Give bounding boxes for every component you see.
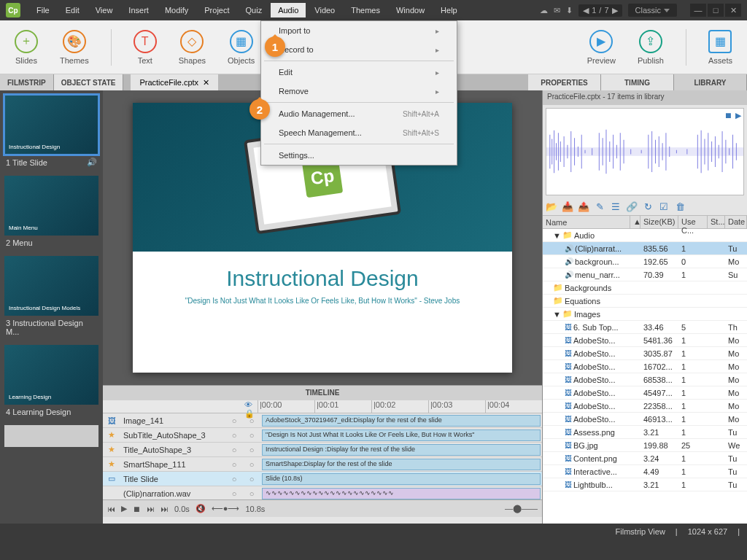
close-button[interactable]: ✕: [725, 4, 741, 17]
timeline-row[interactable]: (Clip)narration.wav○○∿∿∿∿∿∿∿∿∿∿∿∿∿∿∿∿∿∿∿…: [103, 486, 542, 499]
tl-rewind-icon[interactable]: ⏮: [107, 505, 115, 513]
lib-export-icon[interactable]: 📤: [578, 201, 589, 213]
page-navigator[interactable]: ◀1/7▶: [578, 4, 622, 17]
library-column-headers[interactable]: Name ▲ Size(KB) Use C... St... Date: [543, 216, 747, 229]
timeline-row[interactable]: 🖼Image_141○○AdobeStock_370219467_edit:Di…: [103, 413, 542, 428]
tl-loop-icon[interactable]: 🔇: [196, 504, 206, 513]
library-row[interactable]: 🔊 (Clip)narrat...835.561Tu: [543, 242, 747, 255]
assets-button[interactable]: ▦Assets: [708, 30, 732, 65]
menu-video[interactable]: Video: [307, 3, 342, 18]
object-state-tab[interactable]: OBJECT STATE: [54, 74, 124, 90]
callout-1: 1: [265, 36, 285, 57]
minimize-button[interactable]: —: [690, 4, 706, 17]
audio-waveform-preview[interactable]: ⏹▶: [546, 108, 744, 195]
timeline-controls: ⏮ ▶ ⏹ ⏭ ⏭ 0.0s 🔇 ⟵●⟶ 10.8s —⬤——: [103, 499, 542, 517]
library-row[interactable]: 🔊 menu_narr...70.391Su: [543, 268, 747, 281]
filmstrip-panel: Instructional Design1 Title Slide🔊Main M…: [0, 90, 103, 524]
tl-stop-icon[interactable]: ⏹: [133, 505, 141, 513]
lib-usage-icon[interactable]: 🔗: [626, 201, 638, 213]
audio-menu-speech-management-[interactable]: Speech Management...Shift+Alt+S: [261, 123, 457, 142]
audio-menu-audio-management-[interactable]: Audio Management...Shift+Alt+A: [261, 104, 457, 123]
properties-tab[interactable]: PROPERTIES: [528, 74, 601, 90]
library-row[interactable]: 🖼 Assess.png3.211Tu: [543, 426, 747, 439]
timing-tab[interactable]: TIMING: [601, 74, 674, 90]
library-row[interactable]: 🖼 AdobeSto...3035.871Mo: [543, 347, 747, 360]
library-row[interactable]: ▼ 📁 Images: [543, 308, 747, 321]
lib-props-icon[interactable]: ☰: [610, 201, 622, 213]
wave-stop-icon[interactable]: ⏹: [724, 111, 732, 120]
download-icon[interactable]: ⬇: [566, 6, 573, 15]
audio-menu-record-to[interactable]: Record to▸: [261, 40, 457, 59]
slide-thumb-1[interactable]: Instructional Design1 Title Slide🔊: [4, 95, 98, 170]
library-tab[interactable]: LIBRARY: [674, 74, 747, 90]
library-row[interactable]: 🖼 AdobeSto...5481.361Mo: [543, 334, 747, 347]
mail-icon[interactable]: ✉: [554, 6, 560, 15]
wave-play-icon[interactable]: ▶: [735, 111, 741, 120]
lib-select-unused-icon[interactable]: ☑: [658, 201, 670, 213]
library-row[interactable]: 🖼 AdobeSto...68538...1Mo: [543, 373, 747, 386]
menu-file[interactable]: File: [29, 3, 57, 18]
menu-modify[interactable]: Modify: [158, 3, 196, 18]
menu-window[interactable]: Window: [389, 3, 432, 18]
slide-thumb-3[interactable]: Instructional Design Models3 Instruction…: [4, 256, 98, 339]
menu-insert[interactable]: Insert: [121, 3, 156, 18]
timeline-row[interactable]: ★SmartShape_111○○SmartShape:Display for …: [103, 457, 542, 472]
audio-menu-import-to[interactable]: Import to▸: [261, 21, 457, 40]
timeline-row[interactable]: ★Title_AutoShape_3○○Instructional Design…: [103, 443, 542, 457]
slide-thumb-2[interactable]: Main Menu2 Menu: [4, 176, 98, 250]
filmstrip-tab[interactable]: FILMSTRIP: [0, 74, 54, 90]
menu-help[interactable]: Help: [433, 3, 465, 18]
menu-edit[interactable]: Edit: [58, 3, 87, 18]
library-row[interactable]: 🖼 6. Sub Top...33.465Th: [543, 321, 747, 334]
menu-view[interactable]: View: [88, 3, 120, 18]
menu-themes[interactable]: Themes: [344, 3, 387, 18]
shapes-button[interactable]: ◇Shapes: [179, 30, 206, 65]
library-row[interactable]: 🖼 Content.png3.241Tu: [543, 452, 747, 465]
slide-title-text[interactable]: Instructional Design: [133, 252, 512, 297]
tl-play-icon[interactable]: ▶: [121, 504, 127, 513]
slides-button[interactable]: ＋Slides: [15, 30, 38, 65]
cloud-icon[interactable]: ☁: [540, 6, 548, 15]
tl-end-icon[interactable]: ⏭: [160, 505, 169, 513]
app-logo: Cp: [6, 3, 20, 18]
lib-update-icon[interactable]: ↻: [642, 201, 654, 213]
workspace-dropdown[interactable]: Classic: [628, 4, 677, 17]
menu-quiz[interactable]: Quiz: [239, 3, 270, 18]
text-button[interactable]: TText: [133, 30, 157, 65]
timeline-row[interactable]: ▭Title Slide○○Slide (10.8s): [103, 472, 542, 486]
objects-button[interactable]: ▦Objects: [228, 30, 255, 65]
audio-menu-settings-[interactable]: Settings...: [261, 146, 457, 165]
library-row[interactable]: 🔊 backgroun...192.650Mo: [543, 255, 747, 268]
menu-project[interactable]: Project: [197, 3, 236, 18]
library-row[interactable]: 🖼 AdobeSto...46913...1Mo: [543, 413, 747, 426]
menu-audio[interactable]: Audio: [271, 3, 306, 18]
slide-subtitle-text[interactable]: "Design Is Not Just What It Looks Like O…: [133, 297, 512, 305]
audio-indicator-icon: 🔊: [87, 158, 97, 167]
lib-import-icon[interactable]: 📥: [562, 201, 573, 213]
library-row[interactable]: 🖼 AdobeSto...45497...1Mo: [543, 386, 747, 400]
svg-rect-0: [546, 147, 743, 156]
slide-thumb-4[interactable]: Learning Design4 Learning Design: [4, 345, 98, 419]
library-row[interactable]: 🖼 Interactive...4.491Tu: [543, 465, 747, 478]
maximize-button[interactable]: □: [708, 4, 724, 17]
library-row[interactable]: ▼ 📁 Audio: [543, 229, 747, 242]
library-row[interactable]: 🖼 Lightbulb...3.211Tu: [543, 478, 747, 491]
lib-open-icon[interactable]: 📂: [546, 201, 557, 213]
tl-forward-icon[interactable]: ⏭: [147, 505, 155, 513]
library-row[interactable]: 📁 Backgrounds: [543, 281, 747, 295]
timeline-header: TIMELINE: [103, 386, 542, 400]
timeline-row[interactable]: ★SubTitle_AutoShape_3○○"Design Is Not Ju…: [103, 428, 542, 443]
library-row[interactable]: 📁 Equations: [543, 295, 747, 308]
library-row[interactable]: 🖼 BG.jpg199.8825We: [543, 439, 747, 452]
document-tab[interactable]: PracticeFile.cptx✕: [131, 74, 218, 90]
audio-menu-remove[interactable]: Remove▸: [261, 82, 457, 101]
themes-button[interactable]: 🎨Themes: [60, 30, 89, 65]
preview-button[interactable]: ▶Preview: [587, 30, 616, 65]
lib-edit-icon[interactable]: ✎: [594, 201, 605, 213]
library-row[interactable]: 🖼 AdobeSto...16702...1Mo: [543, 360, 747, 373]
library-row[interactable]: 🖼 AdobeSto...22358...1Mo: [543, 400, 747, 413]
audio-menu-edit[interactable]: Edit▸: [261, 63, 457, 82]
publish-button[interactable]: ⇪Publish: [638, 30, 664, 65]
close-tab-icon[interactable]: ✕: [203, 78, 209, 88]
lib-delete-icon[interactable]: 🗑: [674, 201, 686, 213]
